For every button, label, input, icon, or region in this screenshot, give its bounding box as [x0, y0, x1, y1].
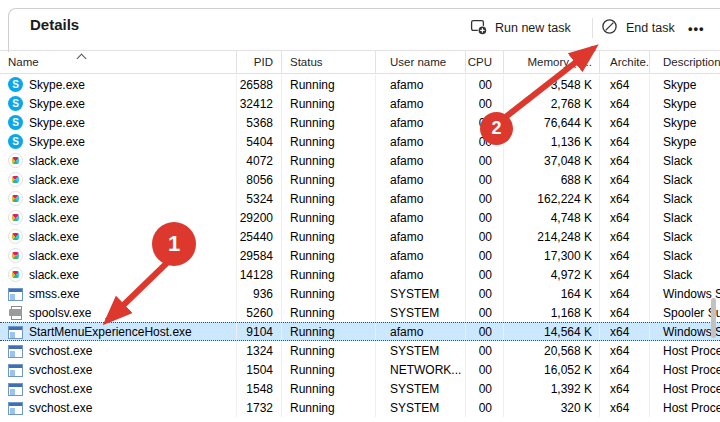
- cell-name: SSkype.exe: [0, 132, 237, 151]
- cell-mem: 17,300 K: [504, 246, 600, 265]
- table-row[interactable]: slack.exe25440Runningafamo00214,248 Kx64…: [0, 227, 720, 246]
- process-name: Skype.exe: [29, 97, 85, 111]
- end-task-button[interactable]: End task: [601, 15, 675, 41]
- cell-pid: 936: [237, 284, 282, 303]
- cell-desc: Skype: [650, 94, 720, 113]
- table-row[interactable]: svchost.exe1732RunningSYSTEM00320 Kx64Ho…: [0, 398, 720, 417]
- column-header-name[interactable]: Name: [0, 51, 237, 73]
- cell-cpu: 00: [466, 323, 504, 340]
- cell-arch: x64: [600, 246, 650, 265]
- cell-desc: Windows S: [650, 284, 720, 303]
- cell-status: Running: [282, 151, 376, 170]
- slack-icon: [8, 248, 23, 263]
- cell-pid: 29584: [237, 246, 282, 265]
- column-header-label: Archite...: [610, 56, 650, 68]
- table-row[interactable]: SSkype.exe32412Runningafamo002,768 Kx64S…: [0, 94, 720, 113]
- cell-name: slack.exe: [0, 227, 237, 246]
- process-name: slack.exe: [29, 230, 79, 244]
- cell-arch: x64: [600, 360, 650, 379]
- process-name: slack.exe: [29, 249, 79, 263]
- table-row[interactable]: spoolsv.exe5260RunningSYSTEM001,168 Kx64…: [0, 303, 720, 322]
- table-row[interactable]: slack.exe8056Runningafamo00688 Kx64Slack: [0, 170, 720, 189]
- cell-cpu: 00: [466, 360, 504, 379]
- cell-pid: 1324: [237, 341, 282, 360]
- cell-cpu: 00: [466, 246, 504, 265]
- table-row[interactable]: SSkype.exe5368Runningafamo0076,644 Kx64S…: [0, 113, 720, 132]
- annotation-badge-1: 1: [152, 222, 196, 266]
- cell-name: slack.exe: [0, 208, 237, 227]
- column-header-label: User name: [390, 56, 446, 68]
- cell-name: svchost.exe: [0, 398, 237, 417]
- table-row[interactable]: slack.exe5324Runningafamo00162,224 Kx64S…: [0, 189, 720, 208]
- printer-icon: [8, 305, 23, 320]
- column-header-mem[interactable]: Memory (a...: [504, 51, 600, 73]
- page-title: Details: [30, 16, 79, 33]
- table-row[interactable]: smss.exe936RunningSYSTEM00164 Kx64Window…: [0, 284, 720, 303]
- cell-name: slack.exe: [0, 189, 237, 208]
- column-header-cpu[interactable]: CPU: [466, 51, 504, 73]
- run-new-task-button[interactable]: Run new task: [470, 15, 571, 41]
- cell-arch: x64: [600, 341, 650, 360]
- cell-mem: 4,748 K: [504, 208, 600, 227]
- cell-desc: Slack: [650, 189, 720, 208]
- column-header-status[interactable]: Status: [282, 51, 376, 73]
- table-row[interactable]: SSkype.exe5404Runningafamo001,136 Kx64Sk…: [0, 132, 720, 151]
- vertical-scrollbar-thumb[interactable]: [711, 298, 716, 338]
- process-name: slack.exe: [29, 268, 79, 282]
- table-row[interactable]: slack.exe29200Runningafamo004,748 Kx64Sl…: [0, 208, 720, 227]
- more-options-button[interactable]: •••: [688, 15, 705, 41]
- column-header-arch[interactable]: Archite...: [600, 51, 650, 73]
- column-header-pid[interactable]: PID: [237, 51, 282, 73]
- cell-name: spoolsv.exe: [0, 303, 237, 322]
- table-row[interactable]: slack.exe29584Runningafamo0017,300 Kx64S…: [0, 246, 720, 265]
- process-name: slack.exe: [29, 173, 79, 187]
- skype-icon: S: [8, 77, 23, 92]
- cell-name: SSkype.exe: [0, 75, 237, 94]
- table-row[interactable]: svchost.exe1548RunningSYSTEM001,392 Kx64…: [0, 379, 720, 398]
- cell-cpu: 00: [466, 151, 504, 170]
- cell-status: Running: [282, 208, 376, 227]
- cell-user: SYSTEM: [376, 398, 466, 417]
- cell-cpu: 00: [466, 94, 504, 113]
- cell-arch: x64: [600, 151, 650, 170]
- slack-icon: [8, 191, 23, 206]
- process-name: smss.exe: [29, 287, 80, 301]
- cell-cpu: 00: [466, 379, 504, 398]
- cell-user: afamo: [376, 75, 466, 94]
- cell-status: Running: [282, 303, 376, 322]
- cell-arch: x64: [600, 323, 650, 340]
- column-header-desc[interactable]: Description: [650, 51, 720, 73]
- table-row[interactable]: slack.exe14128Runningafamo004,972 Kx64Sl…: [0, 265, 720, 284]
- cell-cpu: 00: [466, 227, 504, 246]
- process-name: svchost.exe: [29, 382, 92, 396]
- cell-user: SYSTEM: [376, 379, 466, 398]
- table-row[interactable]: svchost.exe1324RunningSYSTEM0020,568 Kx6…: [0, 341, 720, 360]
- skype-icon: S: [8, 96, 23, 111]
- cell-cpu: 00: [466, 284, 504, 303]
- column-header-user[interactable]: User name: [376, 51, 466, 73]
- table-row[interactable]: svchost.exe1504RunningNETWORK...0016,052…: [0, 360, 720, 379]
- cell-cpu: 00: [466, 208, 504, 227]
- cell-status: Running: [282, 227, 376, 246]
- table-row-selected[interactable]: StartMenuExperienceHost.exe9104Runningaf…: [0, 322, 720, 341]
- windows-app-icon: [8, 326, 23, 339]
- cell-name: slack.exe: [0, 246, 237, 265]
- table-row[interactable]: slack.exe4072Runningafamo0037,048 Kx64Sl…: [0, 151, 720, 170]
- cell-mem: 1,168 K: [504, 303, 600, 322]
- cell-mem: 1,392 K: [504, 379, 600, 398]
- cell-user: afamo: [376, 227, 466, 246]
- cell-pid: 5404: [237, 132, 282, 151]
- cell-status: Running: [282, 265, 376, 284]
- cell-arch: x64: [600, 189, 650, 208]
- process-table: SSkype.exe26588Runningafamo003,548 Kx64S…: [0, 75, 720, 417]
- table-row[interactable]: SSkype.exe26588Runningafamo003,548 Kx64S…: [0, 75, 720, 94]
- process-name: Skype.exe: [29, 135, 85, 149]
- cell-pid: 1504: [237, 360, 282, 379]
- cell-cpu: 00: [466, 75, 504, 94]
- cell-status: Running: [282, 170, 376, 189]
- cell-pid: 4072: [237, 151, 282, 170]
- slack-icon: [8, 172, 23, 187]
- cell-desc: Host Proce: [650, 398, 720, 417]
- cell-arch: x64: [600, 113, 650, 132]
- cell-desc: Slack: [650, 208, 720, 227]
